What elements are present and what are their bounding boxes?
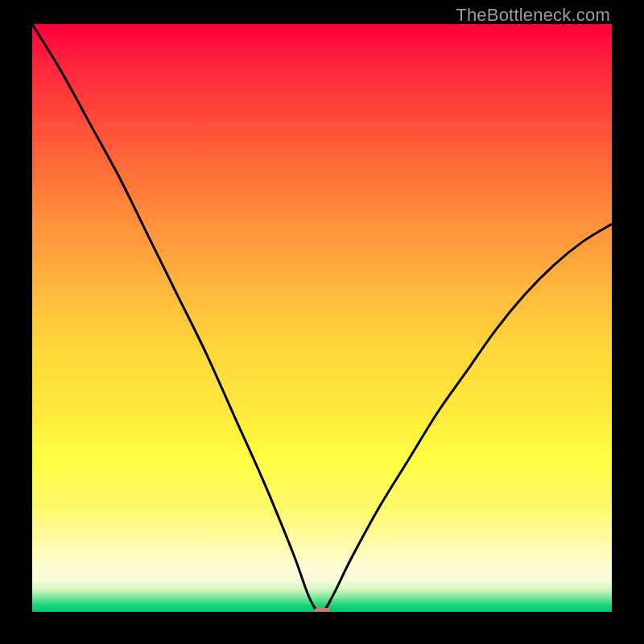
bottleneck-curve — [32, 24, 612, 612]
chart-frame: TheBottleneck.com — [0, 0, 644, 644]
minimum-marker — [314, 608, 330, 612]
plot-area — [32, 24, 612, 612]
curve-svg — [32, 24, 612, 612]
watermark-text: TheBottleneck.com — [456, 5, 610, 26]
